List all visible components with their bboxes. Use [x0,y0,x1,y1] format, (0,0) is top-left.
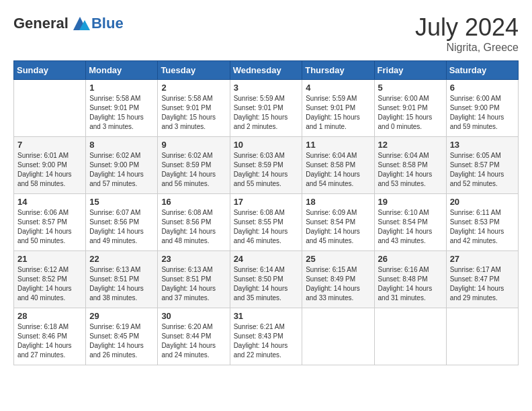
day-detail: Sunrise: 6:01 AMSunset: 9:00 PMDaylight:… [17,151,82,189]
logo-icon [70,13,90,34]
calendar-week-4: 21Sunrise: 6:12 AMSunset: 8:52 PMDayligh… [14,251,519,308]
table-row: 11Sunrise: 6:04 AMSunset: 8:58 PMDayligh… [302,137,374,194]
table-row [302,308,374,365]
col-tuesday: Tuesday [158,61,230,80]
table-row: 2Sunrise: 5:58 AMSunset: 9:01 PMDaylight… [158,80,230,137]
day-number: 20 [450,197,515,207]
table-row: 6Sunrise: 6:00 AMSunset: 9:00 PMDaylight… [446,80,518,137]
table-row: 26Sunrise: 6:16 AMSunset: 8:48 PMDayligh… [374,251,446,308]
day-detail: Sunrise: 6:18 AMSunset: 8:46 PMDaylight:… [17,322,82,360]
logo: General Blue [13,13,124,34]
day-number: 18 [306,197,370,207]
col-thursday: Thursday [302,61,374,80]
day-number: 8 [89,140,154,150]
day-detail: Sunrise: 5:59 AMSunset: 9:01 PMDaylight:… [234,94,299,132]
table-row: 30Sunrise: 6:20 AMSunset: 8:44 PMDayligh… [158,308,230,365]
day-detail: Sunrise: 5:58 AMSunset: 9:01 PMDaylight:… [161,94,226,132]
calendar-header-row: Sunday Monday Tuesday Wednesday Thursday… [14,61,519,80]
day-number: 28 [17,311,82,321]
day-number: 22 [89,254,154,264]
table-row: 28Sunrise: 6:18 AMSunset: 8:46 PMDayligh… [14,308,86,365]
day-number: 17 [234,197,299,207]
day-detail: Sunrise: 6:03 AMSunset: 8:59 PMDaylight:… [234,151,299,189]
table-row: 12Sunrise: 6:04 AMSunset: 8:58 PMDayligh… [374,137,446,194]
col-monday: Monday [86,61,158,80]
table-row: 9Sunrise: 6:02 AMSunset: 8:59 PMDaylight… [158,137,230,194]
logo-text-general: General [13,15,69,32]
day-number: 29 [89,311,154,321]
day-number: 10 [234,140,299,150]
day-detail: Sunrise: 6:17 AMSunset: 8:47 PMDaylight:… [450,265,515,303]
day-number: 31 [234,311,299,321]
table-row: 4Sunrise: 5:59 AMSunset: 9:01 PMDaylight… [302,80,374,137]
table-row [374,308,446,365]
table-row: 13Sunrise: 6:05 AMSunset: 8:57 PMDayligh… [446,137,518,194]
day-detail: Sunrise: 6:20 AMSunset: 8:44 PMDaylight:… [161,322,226,360]
day-number: 13 [450,140,515,150]
month-year: July 2024 [415,13,519,42]
day-number: 5 [378,83,443,93]
table-row: 10Sunrise: 6:03 AMSunset: 8:59 PMDayligh… [230,137,302,194]
table-row: 29Sunrise: 6:19 AMSunset: 8:45 PMDayligh… [86,308,158,365]
title-block: July 2024 Nigrita, Greece [415,13,519,54]
calendar-week-5: 28Sunrise: 6:18 AMSunset: 8:46 PMDayligh… [14,308,519,365]
table-row: 21Sunrise: 6:12 AMSunset: 8:52 PMDayligh… [14,251,86,308]
day-detail: Sunrise: 6:02 AMSunset: 9:00 PMDaylight:… [89,151,154,189]
day-detail: Sunrise: 6:13 AMSunset: 8:51 PMDaylight:… [89,265,154,303]
day-number: 7 [17,140,82,150]
day-number: 19 [378,197,443,207]
day-number: 1 [89,83,154,93]
table-row: 5Sunrise: 6:00 AMSunset: 9:01 PMDaylight… [374,80,446,137]
day-number: 25 [306,254,370,264]
day-detail: Sunrise: 6:12 AMSunset: 8:52 PMDaylight:… [17,265,82,303]
table-row: 19Sunrise: 6:10 AMSunset: 8:54 PMDayligh… [374,194,446,251]
table-row: 20Sunrise: 6:11 AMSunset: 8:53 PMDayligh… [446,194,518,251]
calendar-week-2: 7Sunrise: 6:01 AMSunset: 9:00 PMDaylight… [14,137,519,194]
day-number: 27 [450,254,515,264]
day-number: 4 [306,83,370,93]
table-row: 23Sunrise: 6:13 AMSunset: 8:51 PMDayligh… [158,251,230,308]
calendar: Sunday Monday Tuesday Wednesday Thursday… [13,60,519,365]
day-number: 14 [17,197,82,207]
day-number: 21 [17,254,82,264]
table-row: 14Sunrise: 6:06 AMSunset: 8:57 PMDayligh… [14,194,86,251]
day-detail: Sunrise: 6:00 AMSunset: 9:00 PMDaylight:… [450,94,515,132]
day-detail: Sunrise: 5:58 AMSunset: 9:01 PMDaylight:… [89,94,154,132]
col-saturday: Saturday [446,61,518,80]
col-friday: Friday [374,61,446,80]
table-row: 22Sunrise: 6:13 AMSunset: 8:51 PMDayligh… [86,251,158,308]
day-number: 16 [161,197,226,207]
table-row: 1Sunrise: 5:58 AMSunset: 9:01 PMDaylight… [86,80,158,137]
day-number: 3 [234,83,299,93]
day-detail: Sunrise: 6:15 AMSunset: 8:49 PMDaylight:… [306,265,370,303]
day-detail: Sunrise: 6:04 AMSunset: 8:58 PMDaylight:… [378,151,443,189]
day-detail: Sunrise: 6:06 AMSunset: 8:57 PMDaylight:… [17,208,82,246]
table-row: 8Sunrise: 6:02 AMSunset: 9:00 PMDaylight… [86,137,158,194]
col-sunday: Sunday [14,61,86,80]
table-row: 3Sunrise: 5:59 AMSunset: 9:01 PMDaylight… [230,80,302,137]
day-number: 24 [234,254,299,264]
day-number: 30 [161,311,226,321]
table-row [446,308,518,365]
table-row: 16Sunrise: 6:08 AMSunset: 8:56 PMDayligh… [158,194,230,251]
day-number: 12 [378,140,443,150]
day-number: 26 [378,254,443,264]
table-row: 17Sunrise: 6:08 AMSunset: 8:55 PMDayligh… [230,194,302,251]
day-detail: Sunrise: 6:09 AMSunset: 8:54 PMDaylight:… [306,208,370,246]
day-detail: Sunrise: 6:04 AMSunset: 8:58 PMDaylight:… [306,151,370,189]
table-row: 27Sunrise: 6:17 AMSunset: 8:47 PMDayligh… [446,251,518,308]
table-row: 31Sunrise: 6:21 AMSunset: 8:43 PMDayligh… [230,308,302,365]
day-detail: Sunrise: 6:21 AMSunset: 8:43 PMDaylight:… [234,322,299,360]
day-detail: Sunrise: 6:00 AMSunset: 9:01 PMDaylight:… [378,94,443,132]
table-row: 24Sunrise: 6:14 AMSunset: 8:50 PMDayligh… [230,251,302,308]
day-detail: Sunrise: 6:11 AMSunset: 8:53 PMDaylight:… [450,208,515,246]
day-detail: Sunrise: 6:08 AMSunset: 8:55 PMDaylight:… [234,208,299,246]
day-number: 9 [161,140,226,150]
day-number: 11 [306,140,370,150]
day-detail: Sunrise: 6:10 AMSunset: 8:54 PMDaylight:… [378,208,443,246]
table-row: 7Sunrise: 6:01 AMSunset: 9:00 PMDaylight… [14,137,86,194]
day-number: 2 [161,83,226,93]
day-number: 6 [450,83,515,93]
day-detail: Sunrise: 6:19 AMSunset: 8:45 PMDaylight:… [89,322,154,360]
day-detail: Sunrise: 5:59 AMSunset: 9:01 PMDaylight:… [306,94,370,132]
